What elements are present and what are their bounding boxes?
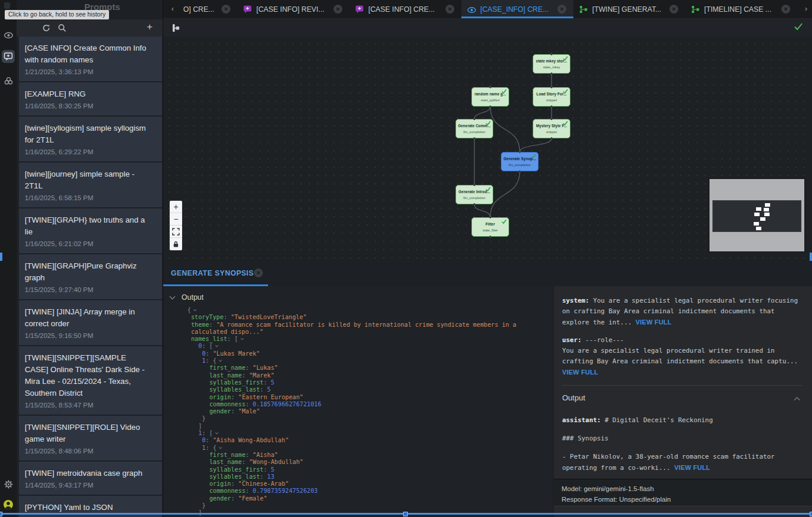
close-icon[interactable]: × [222,5,230,14]
account-avatar-icon[interactable] [2,498,15,511]
prompt-list-item[interactable]: [TWINE][GRAPH]Pure Graphviz graph1/15/20… [19,254,162,299]
eye-icon[interactable] [2,29,15,42]
lock-button[interactable] [170,238,182,250]
output-code-pane: Output {storyType: "TwistedLoveTriangle"… [163,286,552,517]
prompt-list-item[interactable]: [EXAMPLE] RNG1/16/2025, 8:30:25 PM [19,82,162,115]
view-full-link[interactable]: VIEW FULL [636,319,672,326]
tab--twine-generat-[interactable]: [TWINE] GENERAT...× [573,0,685,18]
node-subtitle: llm_completion [501,163,538,167]
output-port[interactable] [489,105,491,108]
graph-icon [691,5,699,14]
chevron-up-icon[interactable] [794,397,800,403]
flow-node[interactable]: state mkey stor...state_mkey [533,54,570,74]
prompt-title: [twine][journey] simple sample - 2T1L [25,168,149,192]
prompt-list-item[interactable]: [CASE INFO] Create Common Info with rand… [19,37,162,81]
minimap-node [754,213,760,216]
view-full-link[interactable]: VIEW FULL [562,369,598,376]
tab--case-info-cre-[interactable]: [CASE_INFO] CRE...× [461,0,573,18]
prompt-list-item[interactable]: [twine][journey] simple sample - 2T1L1/1… [19,163,162,207]
zoom-out-button[interactable]: − [170,213,182,226]
splitter-handle-right[interactable] [810,253,812,261]
output-section-label: Output [181,293,204,301]
prompt-title: [twine][syllogism] sample syllogism for … [25,122,149,146]
fit-view-button[interactable] [170,226,182,238]
search-icon[interactable] [58,24,67,32]
output-port[interactable] [519,170,521,173]
eye-icon [467,5,476,14]
tabs-scroll-right-icon[interactable]: › [801,0,811,17]
flow-node[interactable]: Generate Comm...llm_completion [455,119,493,138]
input-port[interactable] [550,86,553,88]
back-button[interactable] [4,2,10,9]
node-subtitle: snippet [533,130,570,134]
output-port[interactable] [473,137,476,140]
view-full-link[interactable]: VIEW FULL [674,464,710,471]
output-port[interactable] [550,72,553,75]
close-icon[interactable]: × [445,5,454,14]
output-port[interactable] [473,203,476,206]
output-port[interactable] [489,236,491,238]
close-icon[interactable]: × [669,5,678,14]
tabs-scroll-left-icon[interactable]: ‹ [168,0,177,18]
chevron-down-icon[interactable] [170,294,176,300]
output-port[interactable] [550,137,553,140]
prompt-timestamp: 1/16/2025, 6:58:15 PM [25,193,149,203]
prompt-title: [TWINE][GRAPH]Pure Graphviz graph [25,260,149,284]
node-success-check-icon [485,120,491,126]
add-prompt-button[interactable]: + [147,21,153,33]
prompt-list-item[interactable]: [TWINE][GRAPH} two truths and a lie1/16/… [19,208,162,253]
input-port[interactable] [489,216,491,218]
tab--case-info-cre-[interactable]: [CASE INFO] CRE...× [349,0,461,18]
minimap[interactable] [709,178,805,252]
resize-guide-handle[interactable] [810,512,812,516]
close-icon[interactable]: × [557,5,566,14]
input-port[interactable] [473,184,476,186]
tab-label: [TIMELINE] CASE ... [704,5,777,14]
prompt-title: [TWINE] metroidvania case graph [25,468,149,479]
tab-generate-synopsis[interactable]: GENERATE SYNOPSIS [171,269,254,277]
tab-label: [CASE INFO] CRE... [368,5,441,14]
resize-guide-handle[interactable] [0,512,2,516]
activity-bar [0,0,16,517]
tab--case-info-revi-[interactable]: [CASE INFO] REVI...× [237,0,349,18]
output-port[interactable] [550,105,553,108]
input-port[interactable] [550,118,553,120]
prompt-title: [EXAMPLE] RNG [25,88,149,100]
tab-label: [CASE_INFO] CRE... [480,5,553,14]
flow-node[interactable]: Generate Introd...llm_completion [455,185,493,204]
flow-node[interactable]: random name g...exec_python [471,87,509,107]
message-user: user: ---role---You are a specialist leg… [562,335,803,378]
close-icon[interactable]: × [254,269,263,277]
input-port[interactable] [550,53,553,55]
json-output-tree[interactable]: {storyType: "TwistedLoveTriangle"theme: … [187,307,516,517]
prompt-list-item[interactable]: [TWINE][SNIPPET][ROLE] Video game writer… [19,416,162,460]
close-icon[interactable]: × [781,5,790,14]
refresh-icon[interactable] [42,24,51,32]
input-port[interactable] [489,86,491,88]
zoom-in-button[interactable]: + [170,201,182,213]
tab-o-cre-[interactable]: O] CRE...× [177,0,237,18]
splitter-handle-left[interactable] [0,253,2,261]
resize-guide-handle[interactable] [403,512,408,516]
prompt-list-item[interactable]: [TWINE] metroidvania case graph1/14/2025… [19,462,162,495]
tab--timeline-case-[interactable]: [TIMELINE] CASE ...× [685,0,797,18]
prompt-list-item[interactable]: [TWINE][SNIPPET][SAMPLE CASE] Online Thr… [19,346,162,415]
prompt-history-icon[interactable] [2,50,15,63]
flow-canvas[interactable]: state mkey stor...state_mkeyrandom name … [163,37,812,261]
prompt-list-item[interactable]: [twine][syllogism] sample syllogism for … [19,117,162,161]
flow-node[interactable]: Filterstate_filter [471,217,509,237]
minimap-node [760,217,765,221]
flow-node[interactable]: Load Story For...snippet [533,87,570,107]
prompt-list-item[interactable]: [TWINE] [JINJA] Array merge in correct o… [19,300,162,345]
close-icon[interactable]: × [334,5,342,14]
input-port[interactable] [519,151,521,153]
workflow-icon[interactable] [2,74,15,87]
tab-label: O] CRE... [183,5,217,14]
flow-node[interactable]: Generate Synop...llm_completion [501,152,539,171]
flow-node[interactable]: Mystery Style F...snippet [533,119,570,138]
settings-gear-icon[interactable] [2,478,15,491]
input-port[interactable] [473,118,476,120]
prompt-icon [355,5,364,14]
tab-label: [CASE INFO] REVI... [256,5,329,14]
graph-view-icon[interactable] [171,24,180,32]
